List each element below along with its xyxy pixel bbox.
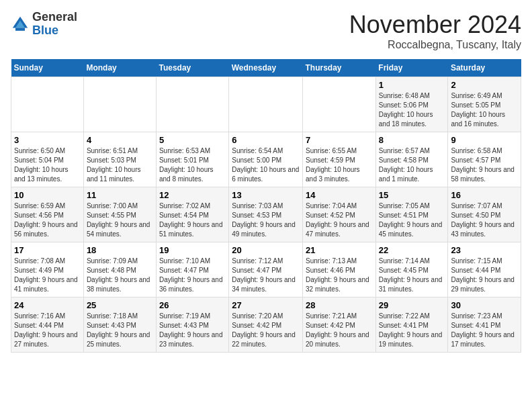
day-info: Sunrise: 7:18 AMSunset: 4:43 PMDaylight:… — [87, 312, 153, 349]
day-info: Sunrise: 7:12 AMSunset: 4:47 PMDaylight:… — [232, 257, 300, 294]
calendar-cell — [83, 77, 156, 132]
day-info: Sunrise: 6:55 AMSunset: 4:59 PMDaylight:… — [306, 146, 373, 184]
calendar-cell: 28Sunrise: 7:21 AMSunset: 4:42 PMDayligh… — [303, 298, 376, 353]
day-info: Sunrise: 6:54 AMSunset: 5:00 PMDaylight:… — [232, 146, 300, 184]
calendar-week-row: 3Sunrise: 6:50 AMSunset: 5:04 PMDaylight… — [11, 132, 521, 187]
day-number: 2 — [451, 80, 518, 90]
location-subtitle: Roccalbegna, Tuscany, Italy — [349, 39, 521, 51]
day-number: 25 — [87, 300, 153, 310]
day-number: 28 — [306, 300, 373, 310]
month-title: November 2024 — [349, 11, 521, 39]
day-info: Sunrise: 7:23 AMSunset: 4:41 PMDaylight:… — [451, 312, 518, 349]
day-number: 22 — [379, 245, 445, 255]
weekday-header: Sunday — [11, 59, 84, 77]
day-info: Sunrise: 7:08 AMSunset: 4:49 PMDaylight:… — [14, 257, 81, 294]
logo-icon — [11, 15, 30, 34]
calendar-cell: 14Sunrise: 7:04 AMSunset: 4:52 PMDayligh… — [303, 187, 376, 242]
weekday-header: Friday — [375, 59, 448, 77]
day-info: Sunrise: 6:50 AMSunset: 5:04 PMDaylight:… — [14, 146, 81, 184]
calendar-cell: 8Sunrise: 6:57 AMSunset: 4:58 PMDaylight… — [375, 132, 448, 187]
day-number: 1 — [379, 80, 445, 90]
calendar-cell: 16Sunrise: 7:07 AMSunset: 4:50 PMDayligh… — [448, 187, 521, 242]
day-info: Sunrise: 7:00 AMSunset: 4:55 PMDaylight:… — [87, 201, 153, 239]
calendar-week-row: 1Sunrise: 6:48 AMSunset: 5:06 PMDaylight… — [11, 77, 521, 132]
calendar-cell: 6Sunrise: 6:54 AMSunset: 5:00 PMDaylight… — [229, 132, 303, 187]
calendar-cell: 18Sunrise: 7:09 AMSunset: 4:48 PMDayligh… — [83, 242, 156, 298]
day-info: Sunrise: 7:10 AMSunset: 4:47 PMDaylight:… — [159, 257, 226, 294]
calendar-cell: 24Sunrise: 7:16 AMSunset: 4:44 PMDayligh… — [11, 298, 84, 353]
calendar-cell: 22Sunrise: 7:14 AMSunset: 4:45 PMDayligh… — [375, 242, 448, 298]
day-number: 9 — [451, 135, 518, 145]
calendar-cell: 3Sunrise: 6:50 AMSunset: 5:04 PMDaylight… — [11, 132, 84, 187]
day-number: 11 — [87, 190, 153, 200]
logo: General Blue — [11, 11, 77, 38]
calendar-cell — [11, 77, 84, 132]
calendar-cell: 26Sunrise: 7:19 AMSunset: 4:43 PMDayligh… — [156, 298, 228, 353]
day-info: Sunrise: 6:49 AMSunset: 5:05 PMDaylight:… — [451, 91, 518, 129]
title-area: November 2024 Roccalbegna, Tuscany, Ital… — [349, 11, 521, 51]
logo-text: General Blue — [32, 11, 77, 38]
calendar-cell: 27Sunrise: 7:20 AMSunset: 4:42 PMDayligh… — [229, 298, 303, 353]
day-info: Sunrise: 7:13 AMSunset: 4:46 PMDaylight:… — [306, 257, 373, 294]
weekday-header: Wednesday — [229, 59, 303, 77]
calendar-cell: 4Sunrise: 6:51 AMSunset: 5:03 PMDaylight… — [83, 132, 156, 187]
day-info: Sunrise: 7:19 AMSunset: 4:43 PMDaylight:… — [159, 312, 226, 349]
day-number: 14 — [306, 190, 373, 200]
day-info: Sunrise: 7:03 AMSunset: 4:53 PMDaylight:… — [232, 201, 300, 239]
day-number: 21 — [306, 245, 373, 255]
calendar-cell: 1Sunrise: 6:48 AMSunset: 5:06 PMDaylight… — [375, 77, 448, 132]
calendar-cell: 10Sunrise: 6:59 AMSunset: 4:56 PMDayligh… — [11, 187, 84, 242]
day-number: 3 — [14, 135, 81, 145]
weekday-header: Thursday — [303, 59, 376, 77]
day-number: 15 — [379, 190, 445, 200]
page-header: General Blue November 2024 Roccalbegna, … — [11, 11, 521, 51]
calendar-cell — [156, 77, 228, 132]
day-info: Sunrise: 6:57 AMSunset: 4:58 PMDaylight:… — [379, 146, 445, 184]
calendar-cell: 13Sunrise: 7:03 AMSunset: 4:53 PMDayligh… — [229, 187, 303, 242]
calendar-table: SundayMondayTuesdayWednesdayThursdayFrid… — [11, 59, 521, 353]
day-number: 17 — [14, 245, 81, 255]
day-number: 4 — [87, 135, 153, 145]
day-info: Sunrise: 7:02 AMSunset: 4:54 PMDaylight:… — [159, 201, 226, 239]
weekday-header: Tuesday — [156, 59, 228, 77]
calendar-cell: 2Sunrise: 6:49 AMSunset: 5:05 PMDaylight… — [448, 77, 521, 132]
weekday-header: Monday — [83, 59, 156, 77]
day-number: 29 — [379, 300, 445, 310]
day-number: 7 — [306, 135, 373, 145]
day-number: 8 — [379, 135, 445, 145]
calendar-cell: 30Sunrise: 7:23 AMSunset: 4:41 PMDayligh… — [448, 298, 521, 353]
day-number: 13 — [232, 190, 300, 200]
day-info: Sunrise: 7:07 AMSunset: 4:50 PMDaylight:… — [451, 201, 518, 239]
day-info: Sunrise: 7:09 AMSunset: 4:48 PMDaylight:… — [87, 257, 153, 294]
svg-rect-2 — [15, 28, 25, 30]
day-number: 16 — [451, 190, 518, 200]
day-number: 5 — [159, 135, 226, 145]
calendar-cell: 11Sunrise: 7:00 AMSunset: 4:55 PMDayligh… — [83, 187, 156, 242]
calendar-cell: 19Sunrise: 7:10 AMSunset: 4:47 PMDayligh… — [156, 242, 228, 298]
calendar-cell: 21Sunrise: 7:13 AMSunset: 4:46 PMDayligh… — [303, 242, 376, 298]
calendar-cell: 15Sunrise: 7:05 AMSunset: 4:51 PMDayligh… — [375, 187, 448, 242]
calendar-cell: 17Sunrise: 7:08 AMSunset: 4:49 PMDayligh… — [11, 242, 84, 298]
day-number: 6 — [232, 135, 300, 145]
calendar-header-row: SundayMondayTuesdayWednesdayThursdayFrid… — [11, 59, 521, 77]
day-number: 24 — [14, 300, 81, 310]
day-info: Sunrise: 7:22 AMSunset: 4:41 PMDaylight:… — [379, 312, 445, 349]
weekday-header: Saturday — [448, 59, 521, 77]
calendar-cell: 25Sunrise: 7:18 AMSunset: 4:43 PMDayligh… — [83, 298, 156, 353]
day-number: 10 — [14, 190, 81, 200]
calendar-cell: 12Sunrise: 7:02 AMSunset: 4:54 PMDayligh… — [156, 187, 228, 242]
day-number: 27 — [232, 300, 300, 310]
day-info: Sunrise: 6:48 AMSunset: 5:06 PMDaylight:… — [379, 91, 445, 129]
calendar-cell: 29Sunrise: 7:22 AMSunset: 4:41 PMDayligh… — [375, 298, 448, 353]
day-info: Sunrise: 6:51 AMSunset: 5:03 PMDaylight:… — [87, 146, 153, 184]
day-number: 18 — [87, 245, 153, 255]
day-number: 20 — [232, 245, 300, 255]
day-info: Sunrise: 7:15 AMSunset: 4:44 PMDaylight:… — [451, 257, 518, 294]
day-number: 30 — [451, 300, 518, 310]
day-info: Sunrise: 7:04 AMSunset: 4:52 PMDaylight:… — [306, 201, 373, 239]
calendar-cell: 20Sunrise: 7:12 AMSunset: 4:47 PMDayligh… — [229, 242, 303, 298]
calendar-cell — [229, 77, 303, 132]
day-info: Sunrise: 7:14 AMSunset: 4:45 PMDaylight:… — [379, 257, 445, 294]
day-number: 19 — [159, 245, 226, 255]
calendar-week-row: 17Sunrise: 7:08 AMSunset: 4:49 PMDayligh… — [11, 242, 521, 298]
